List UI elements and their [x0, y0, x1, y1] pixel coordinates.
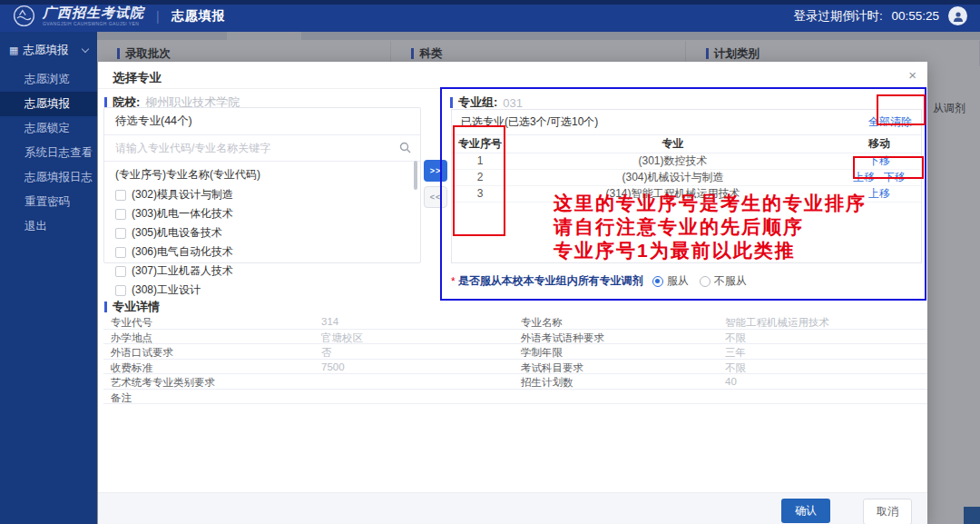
candidate-major-item[interactable]: (307)工业机器人技术	[115, 262, 409, 281]
detail-label: 专业代号	[103, 314, 314, 330]
checkbox-icon[interactable]	[115, 228, 126, 239]
person-icon	[952, 10, 965, 23]
detail-label: 专业名称	[514, 314, 718, 330]
column-header-move: 移动	[838, 135, 921, 153]
countdown-value: 00:55:25	[891, 9, 939, 23]
cancel-button[interactable]: 取消	[863, 499, 912, 524]
sidebar-root-label: 志愿填报	[23, 43, 68, 58]
move-up-link[interactable]: 上移	[853, 171, 875, 183]
detail-value: 不限	[718, 360, 927, 375]
detail-label: 招生计划数	[514, 374, 718, 390]
login-countdown: 登录过期倒计时: 00:55:25	[793, 8, 939, 25]
candidate-major-item[interactable]: (306)电气自动化技术	[115, 242, 409, 262]
detail-value: 官塘校区	[314, 330, 514, 345]
detail-label: 外语考试语种要求	[514, 330, 718, 345]
top-header: 广西招生考试院 GVANGJSIH CAUHSWNGH GAUJSI YEN |…	[0, 0, 980, 32]
chevron-down-icon	[82, 45, 89, 53]
major-order: 1	[452, 153, 508, 169]
adjustment-question-row: * 是否服从本校本专业组内所有专业调剂 服从 不服从	[451, 273, 758, 289]
sidebar-item-volunteer-lock[interactable]: 志愿锁定	[0, 116, 97, 141]
major-search-input[interactable]	[104, 135, 420, 161]
major-order: 3	[452, 185, 508, 202]
major-order: 2	[452, 169, 508, 185]
column-header-order: 专业序号	[452, 135, 508, 153]
selected-panel-header: 已选专业(已选3个/可选10个)	[461, 114, 598, 130]
major-group-value: 031	[503, 96, 523, 110]
detail-value: 三年	[718, 344, 927, 360]
detail-value	[314, 374, 514, 390]
sidebar-nav: ▦ 志愿填报 志愿浏览 志愿填报 志愿锁定 系统日志查看 志愿填报日志 重置密码…	[0, 32, 97, 524]
confirm-button[interactable]: 确认	[781, 499, 830, 523]
app-title: 志愿填报	[172, 8, 226, 25]
grid-menu-icon: ▦	[9, 44, 18, 56]
column-header-major: 专业	[508, 135, 838, 153]
major-details-table: 专业代号 314 专业名称 智能工程机械运用技术 办学地点 官塘校区 外语考试语…	[103, 314, 927, 404]
section-bar	[450, 97, 453, 108]
detail-label: 学制年限	[514, 344, 718, 360]
checkbox-icon[interactable]	[115, 247, 126, 258]
detail-label: 备注	[103, 390, 314, 405]
checkbox-icon[interactable]	[115, 190, 126, 201]
detail-label: 考试科目要求	[514, 360, 718, 375]
select-major-dialog: 选择专业 × 院校: 柳州职业技术学院 待选专业(44个) (专业序号)专业名称…	[98, 62, 927, 524]
required-mark: *	[451, 275, 456, 288]
radio-not-obey-icon[interactable]	[700, 276, 710, 287]
checkbox-icon[interactable]	[115, 209, 126, 220]
org-subtitle: GVANGJSIH CAUHSWNGH GAUJSI YEN	[43, 22, 144, 26]
details-section-header: 专业详情	[104, 299, 160, 315]
org-logo-icon	[13, 5, 35, 27]
adjustment-label: 是否服从本校本专业组内所有专业调剂	[458, 273, 643, 289]
candidate-majors-panel: 待选专业(44个) (专业序号)专业名称(专业代码) (302)模具设计与制造 …	[103, 107, 421, 263]
clear-all-link[interactable]: 全部清除	[868, 114, 912, 130]
sidebar-item-logout[interactable]: 退出	[0, 214, 97, 239]
detail-value: 不限	[718, 330, 927, 345]
close-icon[interactable]: ×	[908, 68, 916, 82]
detail-value: 40	[718, 374, 927, 390]
detail-label: 收费标准	[103, 360, 314, 375]
candidate-major-item[interactable]: (303)机电一体化技术	[115, 204, 409, 223]
org-title-block: 广西招生考试院 GVANGJSIH CAUHSWNGH GAUJSI YEN	[43, 6, 144, 26]
sidebar-item-system-log[interactable]: 系统日志查看	[0, 141, 97, 165]
dialog-footer: 确认 取消	[98, 492, 927, 524]
sidebar-item-volunteer-browse[interactable]: 志愿浏览	[0, 67, 97, 92]
detail-label: 办学地点	[103, 330, 314, 345]
checkbox-icon[interactable]	[115, 266, 126, 277]
candidate-major-item[interactable]: (302)模具设计与制造	[115, 185, 409, 204]
table-row: 2 (304)机械设计与制造 上移 下移	[452, 169, 921, 185]
dialog-title: 选择专业	[113, 70, 162, 86]
detail-value: 否	[314, 344, 514, 360]
sidebar-item-fill-log[interactable]: 志愿填报日志	[0, 165, 97, 190]
scrollbar-thumb[interactable]	[414, 161, 417, 190]
red-annotation-text: 这里的专业序号是考生的专业排序 请自行注意专业的先后顺序 专业序号1为最前以此类…	[554, 192, 867, 262]
radio-obey-label[interactable]: 服从	[667, 273, 689, 289]
major-name: (301)数控技术	[508, 153, 838, 169]
search-icon[interactable]	[399, 142, 411, 153]
countdown-label: 登录过期倒计时:	[793, 9, 882, 23]
candidate-panel-header: 待选专业(44个)	[104, 108, 420, 135]
detail-value	[314, 390, 927, 405]
detail-label: 艺术统考专业类别要求	[103, 374, 314, 390]
radio-obey-icon[interactable]	[652, 276, 663, 287]
major-name: (304)机械设计与制造	[508, 169, 838, 185]
section-bar	[104, 302, 107, 312]
move-down-link[interactable]: 下移	[884, 171, 906, 183]
move-to-selected-button[interactable]: >>	[424, 160, 447, 182]
move-up-link[interactable]: 上移	[868, 187, 890, 200]
radio-not-obey-label[interactable]: 不服从	[714, 273, 747, 289]
detail-value: 7500	[314, 360, 514, 375]
sidebar-root-menu[interactable]: ▦ 志愿填报	[0, 32, 97, 67]
move-to-candidate-button[interactable]: <<	[424, 186, 447, 208]
candidate-major-item[interactable]: (308)工业设计	[115, 281, 409, 300]
table-row: 1 (301)数控技术 下移	[452, 153, 921, 169]
detail-value: 智能工程机械运用技术	[718, 314, 927, 330]
candidate-list-header: (专业序号)专业名称(专业代码)	[115, 167, 409, 183]
detail-label: 外语口试要求	[103, 344, 314, 360]
checkbox-icon[interactable]	[115, 285, 126, 296]
detail-value: 314	[314, 314, 514, 330]
sidebar-item-volunteer-fill[interactable]: 志愿填报	[0, 92, 97, 116]
sidebar-item-reset-password[interactable]: 重置密码	[0, 190, 97, 214]
header-divider: |	[156, 9, 160, 24]
move-down-link[interactable]: 下移	[868, 154, 890, 167]
candidate-major-item[interactable]: (305)机电设备技术	[115, 223, 409, 242]
user-avatar[interactable]	[948, 6, 967, 25]
